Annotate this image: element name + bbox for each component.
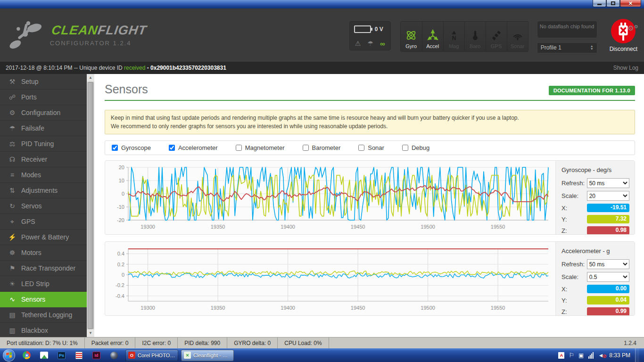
- svg-text:N: N: [452, 34, 456, 41]
- sidebar-item-pid-tuning[interactable]: ⚖PID Tuning: [0, 136, 87, 152]
- status-i2c-error: I2C error: 0: [135, 337, 178, 348]
- svg-text:10: 10: [119, 178, 124, 183]
- log-bar: 2017-12-18 @ 8:10:14 PM -- Unique device…: [0, 62, 644, 74]
- sidebar-item-adjustments[interactable]: ⇅Adjustments: [0, 183, 87, 198]
- gyro-icon: [405, 29, 417, 41]
- minimize-icon: [597, 4, 602, 5]
- barometer-checkbox[interactable]: [303, 145, 309, 151]
- svg-text:0: 0: [122, 272, 124, 278]
- page-title: Sensors: [105, 82, 148, 96]
- sidebar-item-motors[interactable]: ☸Motors: [0, 245, 87, 261]
- accelerometer-panel: Accelerometer - g Refresh: 50 ms Scale: …: [555, 242, 635, 315]
- checkbox-magnetometer[interactable]: Magnetometer: [236, 144, 285, 151]
- start-button[interactable]: [0, 348, 18, 362]
- gyro-scale-select[interactable]: 20: [587, 191, 629, 201]
- checkbox-barometer[interactable]: Barometer: [303, 144, 341, 151]
- action-center-flag-icon[interactable]: ⚐: [569, 352, 574, 359]
- sidebar-item-servos[interactable]: ↻Servos: [0, 198, 87, 214]
- sidebar-item-power-battery[interactable]: ⚡Power & Battery: [0, 230, 87, 245]
- camera-icon: [110, 352, 118, 359]
- svg-text:19500: 19500: [421, 305, 435, 311]
- sidebar-scrollbar: ▲ ▼: [87, 74, 94, 337]
- sidebar-item-race-transponder[interactable]: ⚑Race Transponder: [0, 261, 87, 276]
- magnetometer-checkbox[interactable]: [236, 145, 242, 151]
- sensor-status-gps: GPS: [486, 22, 507, 51]
- dataflash-status-button[interactable]: No dataflash chip found: [537, 21, 597, 38]
- app-header: CLEANFLIGHT CONFIGURATOR 1.2.4 0 V ⚠ ☂ ∞: [0, 8, 644, 62]
- status-cpu-load: CPU Load: 0%: [278, 337, 329, 348]
- accelerometer-panel-title: Accelerometer - g: [561, 247, 629, 255]
- sidebar-item-gps[interactable]: ⌖GPS: [0, 214, 87, 230]
- maximize-button[interactable]: [606, 0, 620, 7]
- app-version: 1.2.4: [624, 340, 644, 346]
- debug-checkbox[interactable]: [402, 145, 408, 151]
- settings-gears-icon[interactable]: ⚙⚙: [628, 24, 638, 33]
- volume-muted-icon[interactable]: ◄⊘: [598, 352, 603, 359]
- taskbar-button-cleanflight[interactable]: ✕ Cleanflight - Config...: [181, 350, 234, 361]
- receiver-icon: ☊: [8, 156, 17, 163]
- scroll-down-icon[interactable]: ▼: [87, 329, 94, 337]
- camera-app-taskbar-icon[interactable]: [105, 348, 123, 362]
- photo-viewer-taskbar-icon[interactable]: [35, 348, 53, 362]
- system-tray: A ⚐ ▣ ◄⊘ 8:33 PM: [554, 348, 639, 362]
- scrollbar-thumb[interactable]: [88, 82, 93, 329]
- failsafe-icon: ☂: [367, 40, 373, 47]
- corel-icon: O: [128, 352, 135, 359]
- accelerometer-checkbox[interactable]: [169, 145, 175, 151]
- checkbox-debug[interactable]: Debug: [402, 144, 429, 151]
- accel-refresh-select[interactable]: 50 ms: [587, 259, 629, 269]
- sidebar-item-configuration[interactable]: ⚙Configuration: [0, 105, 87, 121]
- gyroscope-panel: Gyroscope - deg/s Refresh: 50 ms Scale: …: [555, 161, 635, 234]
- svg-text:19400: 19400: [281, 305, 295, 311]
- chrome-taskbar-icon[interactable]: [18, 348, 35, 362]
- gyro-z-value-badge: 0.98: [587, 226, 629, 235]
- photoshop-icon: Ps: [58, 352, 66, 359]
- close-icon: ✕: [628, 1, 633, 6]
- show-log-button[interactable]: Show Log: [613, 65, 638, 71]
- logo-text: CLEANFLIGHT CONFIGURATOR 1.2.4: [50, 24, 148, 47]
- close-button[interactable]: ✕: [620, 0, 641, 7]
- window-titlebar: ✕: [0, 0, 644, 8]
- indesign-taskbar-icon[interactable]: Id: [88, 348, 105, 362]
- gear-icon: ⚙: [8, 109, 17, 116]
- photoshop-taskbar-icon[interactable]: Ps: [53, 348, 70, 362]
- updates-tray-icon[interactable]: ▣: [578, 352, 584, 359]
- sidebar-item-sensors[interactable]: ∿Sensors: [0, 292, 87, 307]
- sensor-status-mag: N Mag: [443, 22, 464, 51]
- show-desktop-button[interactable]: [635, 348, 639, 362]
- checkbox-sonar[interactable]: Sonar: [358, 144, 384, 151]
- svg-text:19350: 19350: [211, 224, 225, 230]
- save-app-taskbar-icon[interactable]: [70, 348, 88, 362]
- sidebar-item-tethered-logging[interactable]: ▤Tethered Logging: [0, 307, 87, 323]
- sidebar-item-modes[interactable]: ≡Modes: [0, 167, 87, 183]
- taskbar-clock[interactable]: 8:33 PM: [609, 352, 630, 359]
- accel-scale-select[interactable]: 0.5: [587, 272, 629, 282]
- led-icon: ☀: [8, 280, 17, 288]
- network-signal-icon[interactable]: [588, 352, 594, 359]
- scroll-up-icon[interactable]: ▲: [87, 74, 94, 82]
- documentation-button[interactable]: DOCUMENTATION FOR 1.13.0: [549, 86, 635, 95]
- sidebar-item-failsafe[interactable]: ☂Failsafe: [0, 121, 87, 136]
- taskbar-button-corel[interactable]: O Corel PHOTO-PAINT...: [125, 350, 178, 361]
- blackbox-icon: ▥: [8, 327, 17, 334]
- svg-text:-0.2: -0.2: [116, 282, 124, 288]
- brand-clean: CLEAN: [50, 23, 99, 37]
- adobe-tray-icon[interactable]: A: [558, 352, 564, 359]
- sidebar-item-ports[interactable]: ☍Ports: [0, 90, 87, 105]
- accel-icon: [427, 29, 439, 41]
- checkbox-gyroscope[interactable]: Gyroscope: [112, 144, 151, 151]
- sidebar-item-receiver[interactable]: ☊Receiver: [0, 152, 87, 167]
- sidebar-item-setup[interactable]: ⚒Setup: [0, 74, 87, 90]
- gyroscope-checkbox[interactable]: [112, 145, 118, 151]
- sidebar-item-blackbox[interactable]: ▥Blackbox: [0, 323, 87, 337]
- svg-text:19350: 19350: [211, 305, 225, 311]
- sensor-status-sonar: Sonar: [507, 22, 528, 51]
- sonar-checkbox[interactable]: [358, 145, 364, 151]
- gyro-refresh-select[interactable]: 50 ms: [587, 178, 629, 188]
- sidebar-item-led-strip[interactable]: ☀LED Strip: [0, 276, 87, 292]
- minimize-button[interactable]: [593, 0, 606, 7]
- checkbox-accelerometer[interactable]: Accelerometer: [169, 144, 218, 151]
- received-status: received: [124, 65, 145, 71]
- profile-select[interactable]: Profile 1 ▲▼: [537, 42, 597, 53]
- status-packet-error: Packet error: 0: [85, 337, 136, 348]
